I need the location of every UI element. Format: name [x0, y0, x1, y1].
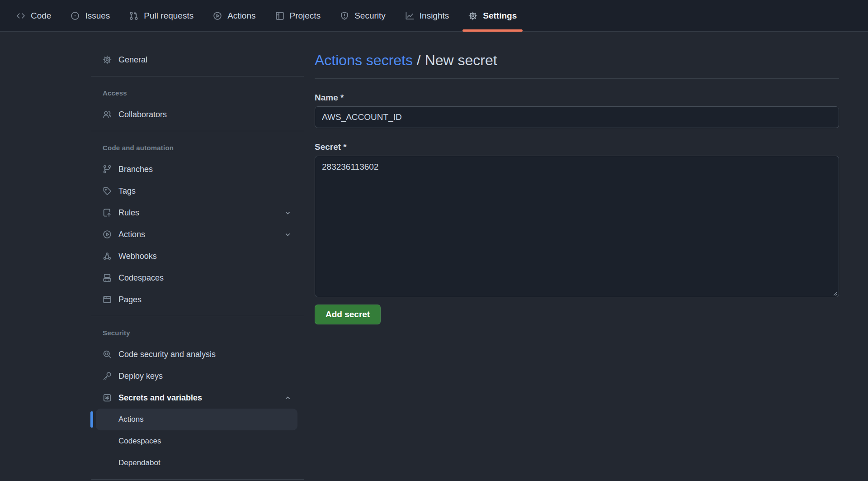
graph-icon [405, 11, 414, 20]
sidebar-item-label: Actions [118, 230, 277, 239]
asterisk-box-icon [103, 393, 112, 402]
sidebar-subitem-codespaces[interactable]: Codespaces [96, 430, 297, 452]
tab-security[interactable]: Security [334, 0, 392, 31]
sidebar-item-webhooks[interactable]: Webhooks [91, 245, 304, 267]
key-icon [103, 371, 112, 381]
sidebar-item-tags[interactable]: Tags [91, 180, 304, 202]
issue-opened-icon [71, 11, 80, 20]
sidebar-subitem-label: Codespaces [118, 437, 161, 446]
sidebar-subitem-actions[interactable]: Actions [96, 409, 297, 430]
sidebar-divider [91, 76, 304, 76]
sidebar-divider [91, 131, 304, 131]
tab-label: Projects [290, 11, 321, 21]
sidebar-divider [91, 479, 304, 480]
tag-icon [103, 186, 112, 195]
sidebar-section-access: Access [91, 82, 304, 104]
code-icon [16, 11, 25, 20]
sidebar-item-actions[interactable]: Actions [91, 224, 304, 245]
sidebar-item-codespaces[interactable]: Codespaces [91, 267, 304, 289]
table-icon [275, 11, 284, 20]
chevron-down-icon [284, 209, 292, 217]
tab-label: Security [354, 11, 386, 21]
play-icon [103, 230, 112, 239]
sidebar-section-code-automation: Code and automation [91, 137, 304, 158]
tab-label: Issues [85, 11, 110, 21]
repo-tab-bar: Code Issues Pull requests Actions Projec… [0, 0, 868, 32]
gear-icon [468, 11, 477, 20]
tab-projects[interactable]: Projects [269, 0, 327, 31]
rules-icon [103, 208, 112, 217]
tab-label: Settings [483, 11, 517, 21]
pull-request-icon [129, 11, 138, 20]
browser-icon [103, 295, 112, 304]
new-secret-panel: Actions secrets / New secret Name * Secr… [315, 32, 839, 324]
gear-icon [103, 55, 112, 64]
sidebar-item-label: Secrets and variables [118, 393, 277, 403]
sidebar-item-label: Webhooks [118, 252, 292, 261]
chevron-down-icon [284, 231, 292, 238]
sidebar-item-deploy-keys[interactable]: Deploy keys [91, 365, 304, 387]
sidebar-item-label: Deploy keys [118, 371, 292, 381]
sidebar-subitem-dependabot[interactable]: Dependabot [96, 452, 297, 474]
secret-name-input[interactable] [315, 106, 839, 128]
name-label: Name * [315, 92, 839, 103]
secret-label: Secret * [315, 141, 839, 152]
tab-label: Code [31, 11, 51, 21]
sidebar-subitem-label: Dependabot [118, 458, 160, 467]
sidebar-item-label: Codespaces [118, 273, 292, 283]
page-title: Actions secrets / New secret [315, 50, 839, 79]
sidebar-item-pages[interactable]: Pages [91, 289, 304, 310]
tab-label: Pull requests [144, 11, 193, 21]
sidebar-item-label: Pages [118, 295, 292, 305]
secret-value-textarea[interactable]: 283236113602 [315, 156, 839, 297]
sidebar-item-label: Tags [118, 186, 292, 196]
textarea-resize-handle[interactable] [831, 290, 838, 296]
tab-issues[interactable]: Issues [64, 0, 116, 31]
sidebar-item-label: Collaborators [118, 110, 292, 119]
breadcrumb-actions-secrets-link[interactable]: Actions secrets [315, 52, 413, 68]
tab-label: Actions [227, 11, 255, 21]
git-branch-icon [103, 165, 112, 174]
sidebar-divider [91, 316, 304, 316]
tab-code[interactable]: Code [10, 0, 57, 31]
chevron-up-icon [284, 394, 292, 402]
secret-value-wrap: 283236113602 [315, 156, 839, 297]
sidebar-item-label: General [118, 55, 292, 65]
tab-settings[interactable]: Settings [462, 0, 523, 31]
webhook-icon [103, 252, 112, 261]
add-secret-button[interactable]: Add secret [315, 305, 381, 324]
tab-label: Insights [420, 11, 449, 21]
sidebar-subitem-label: Actions [118, 415, 144, 424]
sidebar-item-code-security[interactable]: Code security and analysis [91, 343, 304, 365]
codespaces-icon [103, 273, 112, 282]
breadcrumb-current: / New secret [417, 52, 497, 68]
settings-sidebar: General Access Collaborators Code and au… [91, 32, 304, 481]
sidebar-item-branches[interactable]: Branches [91, 158, 304, 180]
sidebar-item-label: Code security and analysis [118, 350, 292, 359]
people-icon [103, 110, 112, 119]
codescan-icon [103, 350, 112, 359]
sidebar-item-rules[interactable]: Rules [91, 202, 304, 224]
play-icon [213, 11, 222, 20]
sidebar-item-collaborators[interactable]: Collaborators [91, 104, 304, 125]
sidebar-item-general[interactable]: General [91, 49, 304, 71]
tab-insights[interactable]: Insights [399, 0, 455, 31]
sidebar-item-secrets-variables[interactable]: Secrets and variables [91, 387, 304, 409]
tab-pull-requests[interactable]: Pull requests [123, 0, 200, 31]
sidebar-item-label: Branches [118, 165, 292, 174]
tab-actions[interactable]: Actions [207, 0, 262, 31]
sidebar-section-security: Security [91, 322, 304, 343]
sidebar-item-label: Rules [118, 208, 277, 218]
shield-icon [340, 11, 349, 20]
